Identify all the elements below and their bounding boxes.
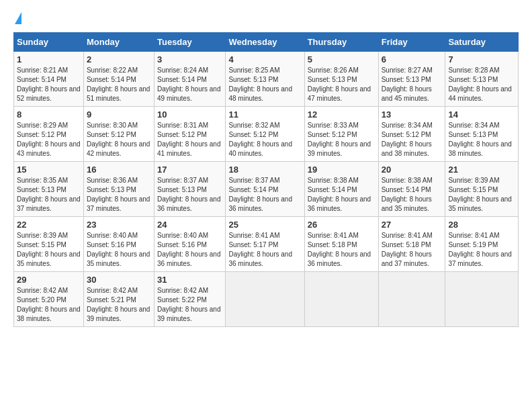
day-number: 9 <box>87 109 151 120</box>
day-info: Sunrise: 8:35 AMSunset: 5:13 PMDaylight:… <box>17 177 81 212</box>
day-number: 26 <box>308 220 375 230</box>
day-info: Sunrise: 8:21 AMSunset: 5:14 PMDaylight:… <box>17 66 81 102</box>
day-info: Sunrise: 8:36 AMSunset: 5:13 PMDaylight:… <box>87 177 150 212</box>
day-number: 28 <box>448 220 515 230</box>
day-info: Sunrise: 8:29 AMSunset: 5:12 PMDaylight:… <box>17 122 81 157</box>
table-row: 1 Sunrise: 8:21 AMSunset: 5:14 PMDayligh… <box>14 52 84 107</box>
table-row: 10 Sunrise: 8:31 AMSunset: 5:12 PMDaylig… <box>154 107 225 162</box>
day-number: 20 <box>382 165 443 175</box>
table-row: 21 Sunrise: 8:39 AMSunset: 5:15 PMDaylig… <box>445 162 519 217</box>
calendar-week-row: 15 Sunrise: 8:35 AMSunset: 5:13 PMDaylig… <box>14 162 519 217</box>
day-number: 5 <box>308 54 375 64</box>
day-info: Sunrise: 8:37 AMSunset: 5:14 PMDaylight:… <box>228 177 292 212</box>
day-number: 22 <box>17 220 81 230</box>
table-row <box>445 272 519 327</box>
table-row: 31 Sunrise: 8:42 AMSunset: 5:22 PMDaylig… <box>154 272 225 327</box>
day-info: Sunrise: 8:27 AMSunset: 5:13 PMDaylight:… <box>382 66 433 102</box>
day-info: Sunrise: 8:39 AMSunset: 5:15 PMDaylight:… <box>448 177 512 212</box>
table-row: 28 Sunrise: 8:41 AMSunset: 5:19 PMDaylig… <box>445 217 519 272</box>
day-number: 17 <box>157 165 222 175</box>
day-info: Sunrise: 8:41 AMSunset: 5:17 PMDaylight:… <box>228 232 292 267</box>
table-row: 17 Sunrise: 8:37 AMSunset: 5:13 PMDaylig… <box>154 162 225 217</box>
day-number: 19 <box>308 165 375 175</box>
day-info: Sunrise: 8:22 AMSunset: 5:14 PMDaylight:… <box>87 66 150 102</box>
day-info: Sunrise: 8:34 AMSunset: 5:13 PMDaylight:… <box>448 122 512 157</box>
page-header <box>13 13 519 26</box>
table-row: 23 Sunrise: 8:40 AMSunset: 5:16 PMDaylig… <box>83 217 154 272</box>
day-info: Sunrise: 8:25 AMSunset: 5:13 PMDaylight:… <box>228 66 292 102</box>
day-number: 29 <box>17 275 81 285</box>
table-row: 13 Sunrise: 8:34 AMSunset: 5:12 PMDaylig… <box>378 107 445 162</box>
day-info: Sunrise: 8:42 AMSunset: 5:20 PMDaylight:… <box>17 287 81 322</box>
day-number: 18 <box>228 165 301 175</box>
table-row: 9 Sunrise: 8:30 AMSunset: 5:12 PMDayligh… <box>83 107 154 162</box>
day-info: Sunrise: 8:42 AMSunset: 5:22 PMDaylight:… <box>157 287 221 322</box>
day-number: 14 <box>448 109 515 120</box>
table-row: 22 Sunrise: 8:39 AMSunset: 5:15 PMDaylig… <box>14 217 84 272</box>
day-info: Sunrise: 8:40 AMSunset: 5:16 PMDaylight:… <box>157 232 221 267</box>
day-number: 27 <box>382 220 443 230</box>
calendar-week-row: 8 Sunrise: 8:29 AMSunset: 5:12 PMDayligh… <box>14 107 519 162</box>
day-number: 25 <box>228 220 301 230</box>
table-row: 30 Sunrise: 8:42 AMSunset: 5:21 PMDaylig… <box>83 272 154 327</box>
table-row: 8 Sunrise: 8:29 AMSunset: 5:12 PMDayligh… <box>14 107 84 162</box>
col-saturday: Saturday <box>445 33 519 52</box>
day-info: Sunrise: 8:38 AMSunset: 5:14 PMDaylight:… <box>382 177 433 212</box>
table-row: 12 Sunrise: 8:33 AMSunset: 5:12 PMDaylig… <box>304 107 378 162</box>
day-number: 15 <box>17 165 81 175</box>
day-info: Sunrise: 8:38 AMSunset: 5:14 PMDaylight:… <box>308 177 371 212</box>
day-number: 13 <box>382 109 443 120</box>
col-tuesday: Tuesday <box>154 33 225 52</box>
calendar-week-row: 29 Sunrise: 8:42 AMSunset: 5:20 PMDaylig… <box>14 272 519 327</box>
table-row: 29 Sunrise: 8:42 AMSunset: 5:20 PMDaylig… <box>14 272 84 327</box>
day-number: 10 <box>157 109 222 120</box>
calendar-week-row: 22 Sunrise: 8:39 AMSunset: 5:15 PMDaylig… <box>14 217 519 272</box>
table-row <box>378 272 445 327</box>
day-number: 12 <box>308 109 375 120</box>
table-row: 19 Sunrise: 8:38 AMSunset: 5:14 PMDaylig… <box>304 162 378 217</box>
day-number: 7 <box>448 54 515 64</box>
table-row: 27 Sunrise: 8:41 AMSunset: 5:18 PMDaylig… <box>378 217 445 272</box>
day-number: 3 <box>157 54 222 64</box>
table-row: 6 Sunrise: 8:27 AMSunset: 5:13 PMDayligh… <box>378 52 445 107</box>
day-info: Sunrise: 8:32 AMSunset: 5:12 PMDaylight:… <box>228 122 292 157</box>
table-row: 2 Sunrise: 8:22 AMSunset: 5:14 PMDayligh… <box>83 52 154 107</box>
table-row: 4 Sunrise: 8:25 AMSunset: 5:13 PMDayligh… <box>226 52 304 107</box>
day-number: 2 <box>87 54 151 64</box>
table-row: 3 Sunrise: 8:24 AMSunset: 5:14 PMDayligh… <box>154 52 225 107</box>
table-row: 16 Sunrise: 8:36 AMSunset: 5:13 PMDaylig… <box>83 162 154 217</box>
col-friday: Friday <box>378 33 445 52</box>
table-row <box>226 272 304 327</box>
day-number: 31 <box>157 275 222 285</box>
table-row: 14 Sunrise: 8:34 AMSunset: 5:13 PMDaylig… <box>445 107 519 162</box>
col-thursday: Thursday <box>304 33 378 52</box>
table-row <box>304 272 378 327</box>
col-monday: Monday <box>83 33 154 52</box>
table-row: 20 Sunrise: 8:38 AMSunset: 5:14 PMDaylig… <box>378 162 445 217</box>
table-row: 25 Sunrise: 8:41 AMSunset: 5:17 PMDaylig… <box>226 217 304 272</box>
day-number: 24 <box>157 220 222 230</box>
day-number: 30 <box>87 275 151 285</box>
col-wednesday: Wednesday <box>226 33 304 52</box>
day-info: Sunrise: 8:41 AMSunset: 5:18 PMDaylight:… <box>308 232 371 267</box>
day-info: Sunrise: 8:26 AMSunset: 5:13 PMDaylight:… <box>308 66 371 102</box>
day-info: Sunrise: 8:30 AMSunset: 5:12 PMDaylight:… <box>87 122 150 157</box>
table-row: 18 Sunrise: 8:37 AMSunset: 5:14 PMDaylig… <box>226 162 304 217</box>
day-number: 4 <box>228 54 301 64</box>
day-info: Sunrise: 8:34 AMSunset: 5:12 PMDaylight:… <box>382 122 433 157</box>
day-info: Sunrise: 8:28 AMSunset: 5:13 PMDaylight:… <box>448 66 512 102</box>
logo <box>13 13 21 26</box>
table-row: 24 Sunrise: 8:40 AMSunset: 5:16 PMDaylig… <box>154 217 225 272</box>
col-sunday: Sunday <box>14 33 84 52</box>
day-number: 21 <box>448 165 515 175</box>
day-info: Sunrise: 8:39 AMSunset: 5:15 PMDaylight:… <box>17 232 81 267</box>
day-number: 16 <box>87 165 151 175</box>
day-info: Sunrise: 8:31 AMSunset: 5:12 PMDaylight:… <box>157 122 221 157</box>
logo-triangle-icon <box>15 12 21 24</box>
day-number: 11 <box>228 109 301 120</box>
calendar-header-row: Sunday Monday Tuesday Wednesday Thursday… <box>14 33 519 52</box>
day-info: Sunrise: 8:24 AMSunset: 5:14 PMDaylight:… <box>157 66 221 102</box>
calendar-table: Sunday Monday Tuesday Wednesday Thursday… <box>13 32 519 327</box>
day-number: 23 <box>87 220 151 230</box>
day-info: Sunrise: 8:33 AMSunset: 5:12 PMDaylight:… <box>308 122 371 157</box>
